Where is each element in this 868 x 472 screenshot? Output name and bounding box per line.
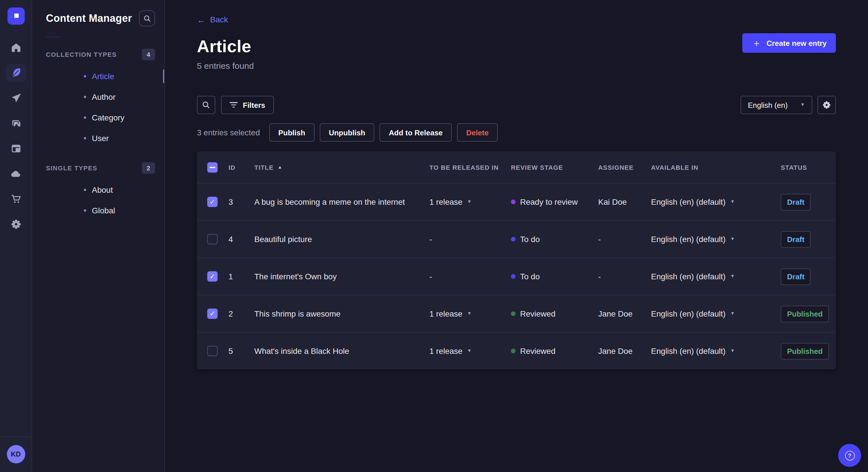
cell-available-in[interactable]: English (en) (default)▼	[651, 309, 781, 318]
sidebar-item-label: Global	[92, 206, 115, 215]
chevron-down-icon: ▼	[467, 200, 472, 204]
publish-button[interactable]: Publish	[269, 123, 314, 142]
table-row[interactable]: ✓ 2 This shrimp is awesome 1 release▼ Re…	[197, 295, 836, 332]
table-header-row: ID TITLE ▲ TO BE RELEASED IN REVIEW STAG…	[197, 151, 836, 183]
bullet-icon	[84, 137, 86, 139]
table-row[interactable]: 4 Beautiful picture - To do - English (e…	[197, 220, 836, 258]
row-checkbox[interactable]: ✓	[207, 308, 218, 319]
single-types-list: About Global	[32, 179, 164, 221]
status-badge: Published	[781, 305, 829, 322]
arrow-left-icon: ←	[197, 15, 206, 24]
cell-available-in[interactable]: English (en) (default)▼	[651, 235, 781, 244]
chevron-down-icon: ▼	[800, 103, 805, 107]
view-settings-button[interactable]	[817, 96, 836, 114]
cell-release[interactable]: 1 release▼	[429, 346, 511, 356]
sidebar-item-label: About	[92, 185, 113, 194]
header-release[interactable]: TO BE RELEASED IN	[429, 164, 511, 171]
sidebar-item-label: Author	[92, 92, 116, 102]
layout-icon[interactable]	[5, 139, 26, 158]
header-status[interactable]: STATUS	[781, 164, 836, 171]
cell-title: This shrimp is awesome	[254, 309, 429, 318]
stage-dot	[511, 349, 516, 353]
sidebar-item-author[interactable]: Author	[32, 87, 164, 107]
cell-review-stage: Ready to review	[511, 197, 598, 206]
table-row[interactable]: ✓ 1 The internet's Own boy - To do - Eng…	[197, 258, 836, 295]
sidebar-item-user[interactable]: User	[32, 128, 164, 148]
sidebar-item-global[interactable]: Global	[32, 200, 164, 221]
cell-id: 4	[228, 235, 254, 244]
cloud-icon[interactable]	[5, 165, 26, 183]
chevron-down-icon: ▼	[730, 311, 735, 316]
header-available-in[interactable]: AVAILABLE IN	[651, 164, 781, 171]
locale-select[interactable]: English (en) ▼	[740, 96, 812, 114]
cell-release: -	[429, 235, 511, 244]
question-mark-icon: ?	[845, 450, 855, 460]
images-icon[interactable]	[5, 114, 26, 133]
add-to-release-button[interactable]: Add to Release	[379, 123, 452, 142]
sidebar-item-label: Category	[92, 113, 125, 122]
bullet-icon	[84, 209, 86, 212]
cart-icon[interactable]	[5, 190, 26, 208]
search-icon	[202, 101, 210, 109]
sidebar-divider	[46, 37, 60, 37]
app-window: KD Content Manager COLLECTION TYPES 4 Ar…	[0, 0, 868, 472]
sidebar-search-button[interactable]	[139, 10, 155, 26]
list-toolbar: Filters English (en) ▼	[197, 96, 836, 114]
cell-id: 2	[228, 309, 254, 318]
entries-count: 5 entries found	[197, 61, 836, 71]
single-types-label: SINGLE TYPES	[46, 165, 97, 171]
cell-release[interactable]: 1 release▼	[429, 309, 511, 318]
filters-button[interactable]: Filters	[221, 96, 274, 114]
send-icon[interactable]	[5, 89, 26, 107]
page-title: Article	[197, 37, 836, 56]
stage-dot	[511, 200, 516, 204]
status-badge: Draft	[781, 231, 811, 247]
feather-icon[interactable]	[5, 64, 26, 82]
status-badge: Draft	[781, 194, 811, 210]
sidebar-item-about[interactable]: About	[32, 179, 164, 200]
cell-title: A bug is becoming a meme on the internet	[254, 197, 429, 206]
row-checkbox[interactable]	[207, 234, 218, 244]
sort-asc-icon: ▲	[278, 165, 282, 170]
row-checkbox[interactable]: ✓	[207, 197, 218, 207]
stage-dot	[511, 274, 516, 279]
unpublish-button[interactable]: Unpublish	[319, 123, 374, 142]
stage-dot	[511, 311, 516, 316]
header-title[interactable]: TITLE ▲	[254, 164, 429, 171]
create-new-entry-button[interactable]: ＋ Create new entry	[742, 33, 836, 53]
search-icon	[143, 14, 151, 22]
sidebar-item-category[interactable]: Category	[32, 107, 164, 128]
cell-available-in[interactable]: English (en) (default)▼	[651, 197, 781, 206]
sidebar-item-label: User	[92, 134, 109, 143]
sidebar-item-article[interactable]: Article	[32, 66, 164, 87]
cell-available-in[interactable]: English (en) (default)▼	[651, 346, 781, 356]
delete-button[interactable]: Delete	[457, 123, 498, 142]
create-new-entry-label: Create new entry	[766, 39, 827, 47]
header-review-stage[interactable]: REVIEW STAGE	[511, 164, 598, 171]
strapi-logo[interactable]	[7, 7, 24, 25]
help-button[interactable]: ?	[838, 444, 861, 467]
table-row[interactable]: ✓ 3 A bug is becoming a meme on the inte…	[197, 183, 836, 220]
main-nav: KD	[0, 0, 32, 472]
table-row[interactable]: 5 What's inside a Black Hole 1 release▼ …	[197, 332, 836, 369]
gear-icon[interactable]	[5, 215, 26, 233]
cell-release[interactable]: 1 release▼	[429, 197, 511, 206]
plus-icon: ＋	[751, 38, 761, 48]
header-assignee[interactable]: ASSIGNEE	[598, 164, 651, 171]
collection-types-list: Article Author Category User	[32, 66, 164, 148]
selection-count: 3 entries selected	[197, 128, 260, 137]
bullet-icon	[84, 189, 86, 191]
back-link[interactable]: ← Back	[197, 15, 228, 24]
home-icon[interactable]	[5, 38, 26, 57]
cell-available-in[interactable]: English (en) (default)▼	[651, 272, 781, 281]
header-id[interactable]: ID	[228, 164, 254, 171]
strapi-logo-glyph	[11, 11, 21, 21]
chevron-down-icon: ▼	[730, 237, 735, 241]
user-avatar[interactable]: KD	[7, 445, 25, 463]
collection-types-count: 4	[142, 49, 155, 60]
cell-title: The internet's Own boy	[254, 272, 429, 281]
row-checkbox[interactable]	[207, 346, 218, 356]
search-button[interactable]	[197, 96, 215, 114]
row-checkbox[interactable]: ✓	[207, 271, 218, 281]
select-all-checkbox[interactable]	[207, 162, 218, 172]
